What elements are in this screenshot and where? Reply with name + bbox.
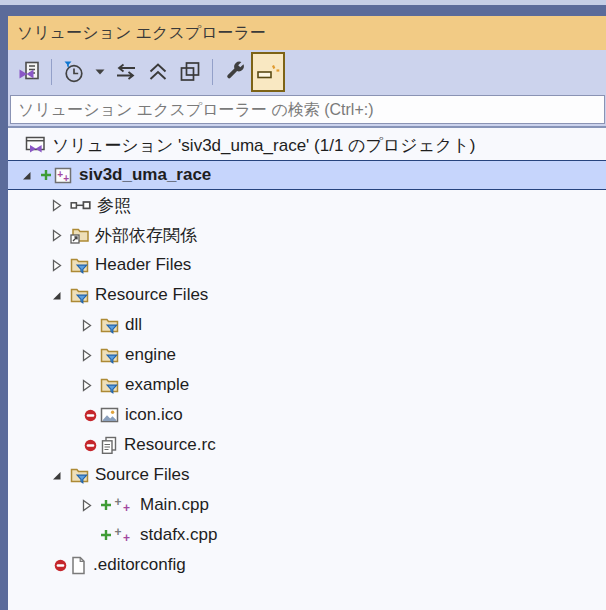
cpp-file-icon: ++: [114, 526, 134, 545]
toolbar-separator: [51, 59, 52, 85]
expander-slot: [80, 439, 100, 452]
tree-item-label: 外部依存関係: [95, 224, 197, 247]
filter-folder-icon: [70, 256, 89, 275]
svg-text:+: +: [123, 501, 130, 515]
expander-collapsed-icon[interactable]: [80, 379, 93, 392]
tree-row-header-files[interactable]: Header Files: [8, 250, 606, 280]
expander-collapsed-icon[interactable]: [80, 499, 93, 512]
window-frame-top: [0, 5, 606, 16]
tree-item-label: Header Files: [95, 255, 191, 275]
expander-expanded-icon[interactable]: [20, 169, 33, 182]
tree-row-example[interactable]: example: [8, 370, 606, 400]
filter-folder-icon: [100, 376, 119, 395]
expander-collapsed-icon[interactable]: [50, 199, 63, 212]
svg-text:+: +: [115, 496, 122, 509]
tree-item-label: stdafx.cpp: [140, 525, 218, 545]
pending-add-overlay: [100, 499, 114, 511]
tree-row-[interactable]: 参照: [8, 190, 606, 220]
panel-title-bar: ソリューション エクスプローラー: [8, 16, 606, 50]
expander-collapsed-icon[interactable]: [80, 319, 93, 332]
wrench-icon: [223, 60, 247, 84]
tree-row-resource-rc[interactable]: Resource.rc: [8, 430, 606, 460]
tree-row-[interactable]: 外部依存関係: [8, 220, 606, 250]
tree-row-stdafx-cpp[interactable]: ++stdafx.cpp: [8, 520, 606, 550]
search-input[interactable]: [10, 95, 605, 124]
caret-down-icon: [93, 65, 107, 79]
tree-row-editorconfig[interactable]: .editorconfig: [8, 550, 606, 580]
expander-slot: [50, 259, 70, 272]
tree-row-source-files[interactable]: Source Files: [8, 460, 606, 490]
expander-slot: [80, 499, 100, 512]
tree-item-label: Source Files: [95, 465, 189, 485]
search-row: [8, 93, 606, 128]
external-deps-folder-icon: [70, 226, 89, 245]
filter-folder-icon: [70, 466, 89, 485]
tree-item-label: Resource.rc: [124, 435, 216, 455]
expander-collapsed-icon[interactable]: [50, 229, 63, 242]
expander-slot: [80, 349, 100, 362]
solution-explorer-panel: { "window": { "title": "ソリューション エクスプローラー…: [0, 0, 606, 610]
properties-button[interactable]: [219, 53, 251, 91]
tree-item-label: siv3d_uma_race: [79, 165, 211, 185]
tree-item-label: example: [125, 375, 189, 395]
document-icon: [70, 556, 87, 575]
pending-changes-filter-button[interactable]: [58, 53, 90, 91]
tree-row-siv3d-uma-race[interactable]: ++siv3d_uma_race: [8, 160, 606, 190]
resource-file-icon: [100, 436, 118, 455]
tree-row-icon-ico[interactable]: icon.ico: [8, 400, 606, 430]
panel-title: ソリューション エクスプローラー: [17, 23, 266, 44]
solution-explorer: ソリューション エクスプローラー ソリューション 'siv3d_uma_race…: [8, 16, 606, 610]
svg-text:+: +: [123, 531, 130, 545]
window-frame-left: [0, 16, 8, 610]
image-file-icon: [100, 406, 119, 424]
svg-text:+: +: [63, 172, 69, 183]
tree-item-label: 参照: [97, 194, 131, 217]
sync-active-document-icon: [114, 60, 138, 84]
excluded-overlay-icon: [84, 439, 97, 452]
tree-item-label: ソリューション 'siv3d_uma_race' (1/1 のプロジェクト): [52, 134, 476, 157]
pending-add-overlay: [40, 169, 54, 181]
tree-row-dll[interactable]: dll: [8, 310, 606, 340]
cpp-file-icon: ++: [114, 496, 134, 515]
expander-slot: [80, 379, 100, 392]
excluded-overlay-icon: [54, 559, 67, 572]
tree-item-label: .editorconfig: [93, 555, 186, 575]
tree-row-main-cpp[interactable]: ++Main.cpp: [8, 490, 606, 520]
expander-slot: [50, 559, 70, 572]
cpp-project-icon: ++: [54, 166, 73, 185]
filter-folder-icon: [100, 346, 119, 365]
solution-explorer-toolbar: [8, 50, 606, 93]
sync-with-active-document-button[interactable]: [110, 53, 142, 91]
collapse-all-button[interactable]: [142, 53, 174, 91]
vs-switch-views-icon: [17, 60, 41, 84]
tree-row-siv3d-uma-race-1-1[interactable]: ソリューション 'siv3d_uma_race' (1/1 のプロジェクト): [8, 130, 606, 160]
tree-row-resource-files[interactable]: Resource Files: [8, 280, 606, 310]
tree-row-engine[interactable]: engine: [8, 340, 606, 370]
expander-collapsed-icon[interactable]: [80, 349, 93, 362]
expander-expanded-icon[interactable]: [50, 289, 63, 302]
tree-item-label: icon.ico: [125, 405, 183, 425]
expander-slot: [20, 169, 40, 182]
filter-folder-icon: [70, 286, 89, 305]
tree-item-label: engine: [125, 345, 176, 365]
expander-slot: [50, 469, 70, 482]
filter-folder-icon: [100, 316, 119, 335]
show-all-files-button[interactable]: [251, 52, 285, 92]
switch-views-button[interactable]: [13, 53, 45, 91]
overlap-squares-icon: [178, 60, 202, 84]
expander-expanded-icon[interactable]: [50, 469, 63, 482]
toolbar-separator: [212, 59, 213, 85]
tree-item-label: Resource Files: [95, 285, 208, 305]
expander-collapsed-icon[interactable]: [50, 259, 63, 272]
expander-slot: [80, 409, 100, 422]
references-icon: [70, 196, 91, 214]
tree-item-label: Main.cpp: [140, 495, 209, 515]
preview-selected-items-button[interactable]: [174, 53, 206, 91]
expander-slot: [50, 289, 70, 302]
collapse-all-icon: [146, 60, 170, 84]
excluded-overlay-icon: [84, 409, 97, 422]
solution-icon: [25, 136, 46, 155]
show-all-files-icon: [255, 60, 281, 84]
filter-dropdown-button[interactable]: [90, 53, 110, 91]
tree-item-label: dll: [125, 315, 142, 335]
